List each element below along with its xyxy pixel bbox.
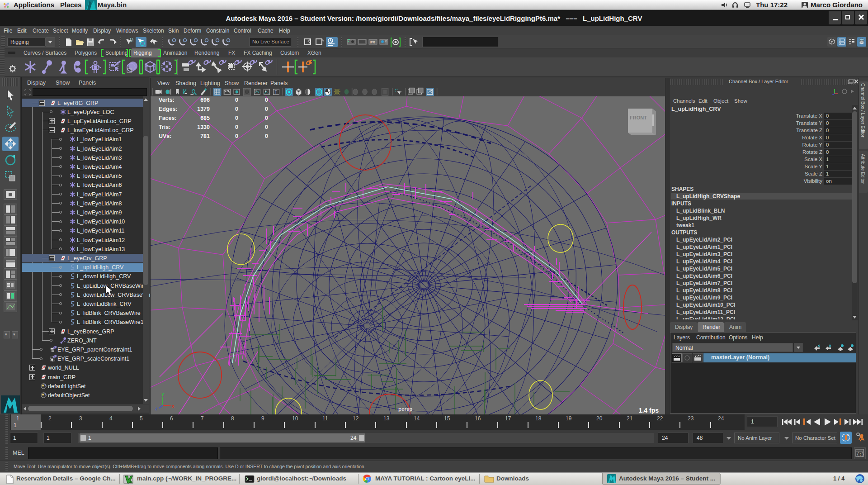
- svg-text:0: 0: [235, 115, 238, 121]
- svg-text:x: x: [172, 404, 175, 409]
- svg-text:685: 685: [200, 115, 210, 121]
- svg-text:2: 2: [48, 415, 52, 422]
- svg-text:Faces:: Faces:: [159, 115, 177, 121]
- svg-text:13: 13: [383, 415, 390, 422]
- svg-text:0: 0: [265, 115, 268, 121]
- svg-text:0: 0: [265, 124, 268, 130]
- svg-text:1.4 fps: 1.4 fps: [639, 407, 659, 414]
- svg-text:781: 781: [200, 133, 210, 139]
- svg-text:20: 20: [596, 415, 603, 422]
- svg-text:z: z: [155, 406, 157, 411]
- svg-text:22: 22: [657, 415, 663, 422]
- svg-text:23: 23: [688, 415, 694, 422]
- svg-text:7: 7: [201, 415, 204, 422]
- svg-text:0: 0: [235, 106, 238, 112]
- svg-text:FRONT: FRONT: [630, 115, 647, 120]
- svg-text:1379: 1379: [197, 106, 210, 112]
- svg-text:5: 5: [140, 415, 143, 422]
- svg-text:0: 0: [235, 133, 238, 139]
- svg-text:19: 19: [566, 415, 572, 422]
- svg-text:0: 0: [235, 97, 238, 103]
- svg-text:IPR: IPR: [370, 41, 375, 44]
- svg-text:18: 18: [535, 415, 542, 422]
- svg-text:0: 0: [265, 97, 268, 103]
- svg-text:y: y: [161, 391, 164, 396]
- svg-text:0: 0: [235, 124, 238, 130]
- svg-text:Edges:: Edges:: [159, 106, 178, 112]
- svg-text:T: T: [275, 90, 277, 95]
- svg-text:9: 9: [261, 415, 264, 422]
- svg-text:3: 3: [79, 415, 82, 422]
- svg-text:24: 24: [718, 415, 724, 422]
- svg-text:Verts:: Verts:: [159, 97, 175, 103]
- svg-text:4: 4: [109, 415, 113, 422]
- svg-text:UVs:: UVs:: [159, 133, 171, 139]
- svg-text:{;}: {;}: [857, 452, 864, 457]
- svg-text:17: 17: [505, 415, 511, 422]
- svg-text:8: 8: [231, 415, 234, 422]
- svg-text:696: 696: [200, 97, 210, 103]
- svg-text:12: 12: [353, 415, 359, 422]
- svg-text:16: 16: [475, 415, 481, 422]
- svg-text:10: 10: [292, 415, 298, 422]
- svg-text:0: 0: [265, 133, 268, 139]
- svg-text:0: 0: [265, 106, 268, 112]
- svg-text:Tris:: Tris:: [159, 124, 170, 130]
- svg-text:14: 14: [414, 415, 420, 422]
- svg-text:15: 15: [444, 415, 450, 422]
- svg-text:11: 11: [322, 415, 328, 422]
- svg-text:1330: 1330: [197, 124, 210, 130]
- svg-text:6: 6: [170, 415, 173, 422]
- svg-text:21: 21: [627, 415, 633, 422]
- svg-text:persp: persp: [398, 406, 412, 412]
